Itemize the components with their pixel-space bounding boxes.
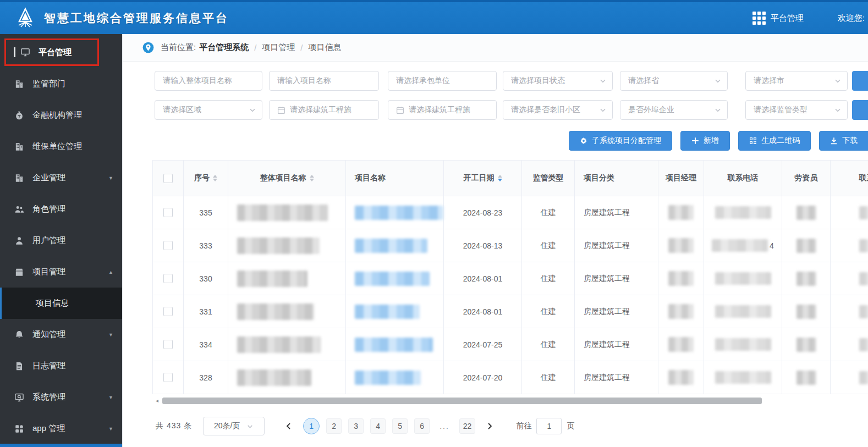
- button-label: 子系统项目分配管理: [592, 136, 661, 146]
- sidebar-item-user[interactable]: 用户管理: [0, 225, 122, 256]
- select-filter-4[interactable]: 请选择省: [620, 71, 728, 91]
- scroll-left-arrow-icon[interactable]: ◂: [156, 398, 158, 404]
- main-panel: 当前位置: 平台管理系统 / 项目管理 / 项目信息 请输入整体项目名称请输入项…: [122, 34, 868, 447]
- date-picker-filter-2[interactable]: 请选择建筑工程施: [388, 100, 497, 120]
- select-filter-3[interactable]: 请选择是否老旧小区: [503, 100, 613, 120]
- supervision-cell: 住建: [522, 328, 575, 361]
- sidebar-item-app[interactable]: app 管理▼: [0, 413, 122, 444]
- add-button[interactable]: 新增: [680, 131, 730, 151]
- manager-cell: [658, 361, 704, 394]
- sidebar-item-label: 项目管理: [32, 267, 65, 277]
- category-cell: 房屋建筑工程: [575, 328, 658, 361]
- sidebar-item-maintenance[interactable]: 维保单位管理: [0, 131, 122, 162]
- breadcrumb-level2[interactable]: 项目管理: [262, 42, 295, 53]
- chevron-down-icon: [834, 106, 842, 114]
- text-input-filter-1[interactable]: 请输入项目名称: [269, 71, 379, 91]
- redacted-phone2: [859, 305, 868, 318]
- page-size-select[interactable]: 20条/页: [203, 417, 265, 435]
- search-button-clipped[interactable]: [852, 100, 868, 120]
- supervision-cell: 住建: [522, 361, 575, 394]
- select-filter-3[interactable]: 请选择项目状态: [503, 71, 613, 91]
- page-button-1[interactable]: 1: [303, 418, 320, 434]
- redacted-project-name-link[interactable]: [355, 338, 433, 352]
- page-ellipsis[interactable]: ...: [436, 418, 453, 434]
- text-input-filter-0[interactable]: 请输入整体项目名称: [155, 71, 262, 91]
- button-label: 下载: [842, 136, 858, 146]
- sidebar-item-enterprise[interactable]: 企业管理▼: [0, 162, 122, 194]
- column-label: 开工日期: [464, 173, 495, 183]
- column-header-overall-name[interactable]: 整体项目名称: [228, 161, 346, 196]
- redacted-project-name-link[interactable]: [355, 272, 430, 286]
- sidebar-item-project[interactable]: 项目管理▲: [0, 256, 122, 288]
- column-header-seq[interactable]: 序号: [184, 161, 228, 196]
- phone2-cell: [831, 262, 868, 295]
- row-checkbox[interactable]: [163, 373, 173, 382]
- row-checkbox[interactable]: [163, 241, 173, 250]
- page-button-6[interactable]: 6: [414, 418, 430, 434]
- column-header-name: 项目名称: [346, 161, 444, 196]
- redacted-phone: [715, 338, 771, 351]
- sidebar-item-system[interactable]: 系统管理▼: [0, 382, 122, 413]
- download-button[interactable]: 下载: [819, 131, 868, 151]
- goto-page-input[interactable]: [536, 418, 562, 434]
- row-checkbox[interactable]: [163, 274, 173, 283]
- bell-icon: [14, 330, 24, 340]
- placeholder-text: 请选择建筑工程施: [290, 105, 373, 115]
- sidebar-item-regulator[interactable]: 监管部门: [0, 68, 122, 100]
- sidebar-item-label: 企业管理: [32, 173, 65, 183]
- sidebar-item-log[interactable]: 日志管理: [0, 350, 122, 382]
- app-logo-icon: [14, 7, 36, 29]
- select-filter-4[interactable]: 是否外埠企业: [620, 100, 728, 120]
- scrollbar-thumb[interactable]: [162, 398, 762, 404]
- page-button-22[interactable]: 22: [459, 418, 476, 434]
- row-select-cell: [153, 328, 184, 361]
- select-filter-0[interactable]: 请选择区域: [155, 100, 262, 120]
- prev-page-button[interactable]: [281, 418, 296, 434]
- redacted-project-name-link[interactable]: [355, 371, 421, 385]
- redacted-project-name-link[interactable]: [355, 206, 443, 220]
- project-name-cell: [346, 328, 444, 361]
- redacted-project-name-link[interactable]: [355, 305, 420, 319]
- column-label: 监管类型: [533, 173, 564, 183]
- table-row: 3282024-07-20住建房屋建筑工程: [153, 361, 868, 394]
- next-page-button[interactable]: [482, 418, 497, 434]
- sidebar-subitem-project-info[interactable]: 项目信息: [0, 288, 122, 319]
- sidebar-item-role[interactable]: 角色管理: [0, 194, 122, 225]
- search-button-clipped[interactable]: [852, 71, 868, 91]
- select-filter-2[interactable]: 请选择承包单位: [388, 71, 497, 91]
- column-label: 序号: [194, 173, 210, 183]
- gear-icon: [580, 137, 587, 145]
- redacted-project-name-link[interactable]: [355, 239, 427, 253]
- column-header-phone: 联系电话: [704, 161, 782, 196]
- select-filter-5[interactable]: 请选择监管类型: [745, 100, 848, 120]
- select-filter-5[interactable]: 请选择市: [745, 71, 848, 91]
- row-checkbox[interactable]: [163, 340, 173, 349]
- sidebar-item-notice[interactable]: 通知管理▼: [0, 319, 122, 350]
- start-date-cell: 2024-07-20: [444, 361, 522, 394]
- sidebar-item-finance[interactable]: 金融机构管理: [0, 100, 122, 131]
- manager-cell: [658, 229, 704, 262]
- sidebar-item-label: 维保单位管理: [32, 141, 82, 152]
- chevron-down-icon: [714, 106, 722, 114]
- page-button-2[interactable]: 2: [326, 418, 342, 434]
- chevron-down-icon: [714, 77, 722, 85]
- chevron-down-icon: ▼: [108, 332, 113, 338]
- column-header-select[interactable]: [153, 161, 184, 196]
- page-button-5[interactable]: 5: [392, 418, 408, 434]
- breadcrumb-root[interactable]: 平台管理系统: [199, 42, 249, 53]
- row-checkbox[interactable]: [163, 208, 173, 217]
- column-header-start-date[interactable]: 开工日期: [444, 161, 522, 196]
- date-picker-filter-1[interactable]: 请选择建筑工程施: [269, 100, 379, 120]
- subsystem-assign-button[interactable]: 子系统项目分配管理: [569, 131, 672, 151]
- page-button-3[interactable]: 3: [348, 418, 364, 434]
- sidebar-item-platform[interactable]: 平台管理: [4, 38, 99, 66]
- start-date-cell: 2024-08-01: [444, 295, 522, 328]
- row-checkbox[interactable]: [163, 307, 173, 316]
- select-all-checkbox[interactable]: [163, 174, 173, 183]
- group-icon: [14, 205, 24, 214]
- platform-nav-tab[interactable]: 平台管理: [752, 12, 804, 25]
- calendar-icon: [277, 106, 285, 114]
- row-select-cell: [153, 196, 184, 229]
- qrcode-button[interactable]: 生成二维码: [738, 131, 811, 151]
- page-button-4[interactable]: 4: [370, 418, 386, 434]
